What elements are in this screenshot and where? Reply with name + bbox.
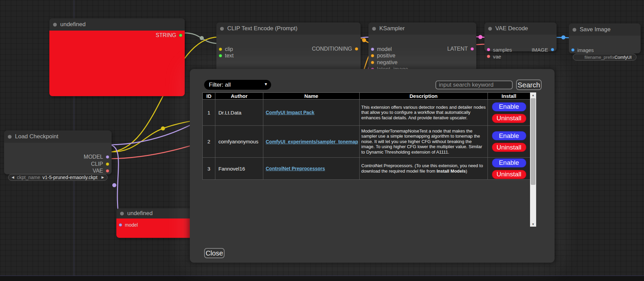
wire-dot [362,38,366,42]
node-title: undefined [60,21,86,28]
cell-install: Enable Uninstall [488,126,530,158]
uninstall-button[interactable]: Uninstall [492,143,526,152]
wire-dot [161,126,165,130]
input-slot-text[interactable]: text [219,53,234,59]
wire-dot [478,35,482,39]
filter-select-wrap: Filter: all ▾ [204,80,271,90]
output-slot-image[interactable]: IMAGE [532,47,554,53]
wire-dot [200,36,204,40]
image-output-dot[interactable] [551,48,554,51]
node-collapse-dot[interactable] [372,27,376,31]
table-row: 1 Dr.Lt.Data ComfyUI Impact Pack This ex… [203,100,530,126]
node-ksampler[interactable]: KSampler model positive negative latent_… [368,22,476,77]
node-save-image[interactable]: Save Image images filename_prefix ComfyU… [569,23,641,53]
wire-dot [112,183,116,187]
extension-link[interactable]: ControlNet Preprocessors [266,166,325,171]
conditioning-output-dot[interactable] [355,47,358,51]
input-slot-samples[interactable]: samples [487,47,512,53]
increment-arrow-icon[interactable]: ▶ [101,176,104,179]
cell-author: Dr.Lt.Data [215,100,263,126]
table-scrollbar[interactable]: ▲ ▼ [530,92,536,227]
model-input-dot[interactable] [371,48,374,51]
input-slot-clip[interactable]: clip [219,46,233,52]
output-slot-latent[interactable]: LATENT [447,46,474,52]
cell-author: Fannovel16 [215,158,263,180]
negative-input-dot[interactable] [371,61,374,64]
table-row: 2 comfyanonymous ComfyUI_experiments/sam… [203,126,530,158]
positive-input-dot[interactable] [371,54,374,57]
cell-description: This extension offers various detector n… [360,100,488,126]
node-title: Save Image [580,26,611,33]
output-slot-model[interactable]: MODEL [84,154,109,160]
text-input-dot[interactable] [219,54,222,57]
input-slot-negative[interactable]: negative [371,59,398,66]
input-slot-vae[interactable]: vae [487,53,501,59]
filter-select[interactable]: Filter: all [204,80,271,90]
input-slot-model[interactable]: model [371,46,392,52]
node-title: Load Checkpoint [15,133,59,140]
enable-button[interactable]: Enable [492,102,526,111]
node-collapse-dot[interactable] [120,212,124,215]
string-output-dot[interactable] [179,34,182,37]
cell-name: ComfyUI Impact Pack [263,100,360,126]
header-description: Description [360,93,488,100]
samples-input-dot[interactable] [487,48,490,51]
scroll-up-arrow-icon[interactable]: ▲ [530,92,536,98]
clip-output-dot[interactable] [106,162,109,166]
node-vae-decode[interactable]: VAE Decode samples vae IMAGE [484,22,557,51]
search-input[interactable] [435,81,513,89]
input-slot-model[interactable]: model [119,222,138,228]
enable-button[interactable]: Enable [492,131,526,140]
cell-install: Enable Uninstall [488,158,530,180]
output-slot-clip[interactable]: CLIP [91,161,109,167]
node-undefined-bottom[interactable]: undefined model [116,208,193,238]
node-title: VAE Decode [495,25,528,32]
node-collapse-dot[interactable] [8,135,12,139]
node-collapse-dot[interactable] [488,27,492,31]
header-install: Install [488,93,530,100]
table-header-row: ID Author Name Description Install [203,93,530,100]
extension-manager-dialog: Filter: all ▾ Search ID Author Name Desc… [190,69,555,263]
extension-link[interactable]: ComfyUI Impact Pack [266,110,314,115]
node-collapse-dot[interactable] [573,28,576,32]
output-slot-conditioning[interactable]: CONDITIONING [312,46,358,52]
scroll-down-arrow-icon[interactable]: ▼ [530,222,536,227]
extension-table: ID Author Name Description Install 1 Dr.… [202,92,530,180]
output-slot-vae[interactable]: VAE [93,168,109,174]
wire-dot [561,35,565,39]
decrement-arrow-icon[interactable]: ◀ [12,176,14,179]
input-slot-images[interactable]: images [571,47,594,53]
vae-input-dot[interactable] [487,55,490,58]
node-undefined-top[interactable]: undefined STRING [49,18,185,96]
header-author: Author [215,93,263,100]
enable-button[interactable]: Enable [492,158,526,168]
uninstall-button[interactable]: Uninstall [492,170,526,179]
extension-link[interactable]: ComfyUI_experiments/sampler_tonemap [266,139,358,144]
output-slot-string[interactable]: STRING [156,32,182,38]
model-input-dot[interactable] [119,223,122,227]
node-title: KSampler [379,25,405,32]
table-row: 3 Fannovel16 ControlNet Preprocessors Co… [203,158,530,180]
search-button[interactable]: Search [516,80,542,90]
scrollbar-thumb[interactable] [531,98,535,185]
close-button[interactable]: Close [204,248,225,258]
node-collapse-dot[interactable] [53,23,57,27]
ckpt-name-widget[interactable]: ◀ ckpt_name v1-5-pruned-emaonly.ckpt ▶ [8,174,108,181]
model-output-dot[interactable] [106,155,109,159]
node-collapse-dot[interactable] [220,27,224,31]
uninstall-button[interactable]: Uninstall [492,114,526,123]
vae-output-dot[interactable] [106,169,109,173]
node-load-checkpoint[interactable]: Load Checkpoint MODEL CLIP VAE ◀ ckpt_na… [4,130,112,174]
input-slot-positive[interactable]: positive [371,53,395,59]
cell-description: ControlNet Preprocessors. (To use this e… [360,158,488,180]
clip-input-dot[interactable] [219,48,222,51]
latent-output-dot[interactable] [470,47,474,51]
cell-id: 3 [203,158,215,180]
images-input-dot[interactable] [571,48,575,52]
header-name: Name [263,93,360,100]
filename-prefix-widget[interactable]: filename_prefix ComfyUI [573,54,637,60]
node-graph-canvas[interactable]: undefined STRING CLIP Text Encode (Promp… [0,0,644,281]
cell-name: ControlNet Preprocessors [263,158,360,180]
header-id: ID [203,93,215,100]
extension-table-scroll-area[interactable]: ID Author Name Description Install 1 Dr.… [202,92,536,227]
